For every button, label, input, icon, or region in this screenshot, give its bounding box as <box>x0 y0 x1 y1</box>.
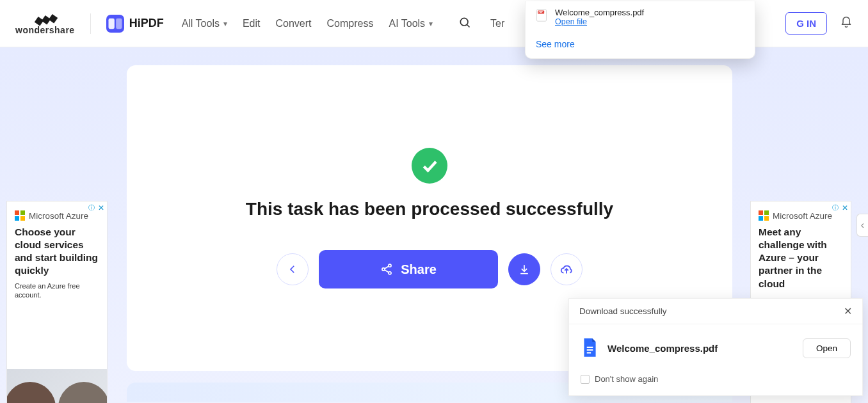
success-title: This task has been processed successfull… <box>246 199 613 219</box>
svg-point-8 <box>382 268 385 271</box>
download-open-link[interactable]: Open file <box>555 17 644 26</box>
adchoices-icon[interactable]: ⓘ <box>88 203 95 212</box>
toast-close-button[interactable]: ✕ <box>844 305 852 317</box>
svg-point-9 <box>389 272 391 274</box>
check-icon <box>420 156 439 175</box>
document-icon <box>581 337 599 359</box>
header-right: G IN <box>785 12 853 35</box>
notifications-button[interactable] <box>840 16 853 31</box>
ad-right-headline: Meet any challenge with Azure – your par… <box>751 226 851 290</box>
microsoft-icon <box>15 210 25 221</box>
svg-rect-13 <box>587 347 593 348</box>
browser-download-dropdown: PDF Welcome_compress.pdf Open file See m… <box>525 1 755 59</box>
dont-show-checkbox[interactable] <box>581 375 590 384</box>
microsoft-icon <box>759 210 769 221</box>
svg-line-10 <box>385 266 389 269</box>
ad-left-sub: Create an Azure free account. <box>7 278 107 304</box>
main-nav: All Tools ▾ Edit Convert Compress AI Too… <box>182 12 505 35</box>
nav-ai-tools[interactable]: AI Tools ▾ <box>389 18 433 29</box>
chevron-left-icon <box>287 264 298 275</box>
svg-rect-14 <box>587 349 593 351</box>
brand-group: ◆◆◆ wondershare HiPDF <box>15 12 164 35</box>
downloads-see-more[interactable]: See more <box>536 39 744 49</box>
cloud-upload-icon <box>559 262 574 276</box>
ad-left-headline: Choose your cloud services and start bui… <box>7 226 107 278</box>
toast-title: Download successfully <box>579 306 667 316</box>
download-item[interactable]: PDF Welcome_compress.pdf Open file <box>536 8 744 26</box>
svg-point-7 <box>389 264 391 267</box>
svg-rect-0 <box>108 18 114 28</box>
svg-point-2 <box>460 18 468 26</box>
download-filename: Welcome_compress.pdf <box>555 8 644 17</box>
share-button-label: Share <box>401 262 437 277</box>
svg-line-3 <box>467 25 470 28</box>
bell-icon <box>840 16 853 29</box>
nav-compress[interactable]: Compress <box>327 18 374 29</box>
share-button[interactable]: Share <box>319 250 498 288</box>
hipdf-icon <box>106 15 124 33</box>
svg-line-11 <box>385 270 389 273</box>
ad-badge: ⓘ ✕ <box>832 203 848 212</box>
cloud-upload-button[interactable] <box>551 253 583 285</box>
hipdf-name: HiPDF <box>129 17 164 30</box>
ad-close-icon[interactable]: ✕ <box>98 203 104 212</box>
download-toast: Download successfully ✕ Welcome_compress… <box>568 298 863 396</box>
ad-left[interactable]: ⓘ ✕ Microsoft Azure Choose your cloud se… <box>6 201 108 403</box>
svg-text:PDF: PDF <box>538 11 543 13</box>
ad-brand-label: Microsoft Azure <box>29 211 88 221</box>
login-button[interactable]: G IN <box>785 12 827 35</box>
search-icon <box>458 16 471 29</box>
chevron-down-icon: ▾ <box>223 19 227 28</box>
toast-filename: Welcome_compress.pdf <box>607 343 794 354</box>
nav-edit[interactable]: Edit <box>243 18 261 29</box>
svg-rect-1 <box>116 18 122 28</box>
download-icon <box>518 263 531 276</box>
ad-badge: ⓘ ✕ <box>88 203 104 212</box>
nav-ai-tools-label: AI Tools <box>389 18 425 29</box>
chevron-down-icon: ▾ <box>429 19 433 28</box>
side-collapse-handle[interactable]: ‹ <box>856 214 868 237</box>
ad-brand-label: Microsoft Azure <box>773 211 832 221</box>
pdf-file-icon: PDF <box>536 9 547 22</box>
divider <box>90 13 91 34</box>
adchoices-icon[interactable]: ⓘ <box>832 203 839 212</box>
toast-open-button[interactable]: Open <box>803 338 851 358</box>
wondershare-logo[interactable]: ◆◆◆ wondershare <box>15 12 75 35</box>
nav-templates-partial[interactable]: Ter <box>490 18 504 29</box>
download-button[interactable] <box>508 253 540 285</box>
back-button[interactable] <box>277 253 309 285</box>
svg-rect-15 <box>587 352 591 353</box>
hipdf-logo[interactable]: HiPDF <box>106 15 164 33</box>
nav-convert[interactable]: Convert <box>276 18 312 29</box>
search-button[interactable] <box>454 12 475 35</box>
ad-close-icon[interactable]: ✕ <box>842 203 848 212</box>
ad-left-image <box>7 369 107 403</box>
nav-all-tools-label: All Tools <box>182 18 220 29</box>
success-check-circle <box>412 148 447 184</box>
action-row: Share <box>277 250 583 288</box>
dont-show-label: Don't show again <box>595 374 658 384</box>
share-icon <box>380 263 393 276</box>
nav-all-tools[interactable]: All Tools ▾ <box>182 18 227 29</box>
toast-header: Download successfully ✕ <box>569 299 862 324</box>
